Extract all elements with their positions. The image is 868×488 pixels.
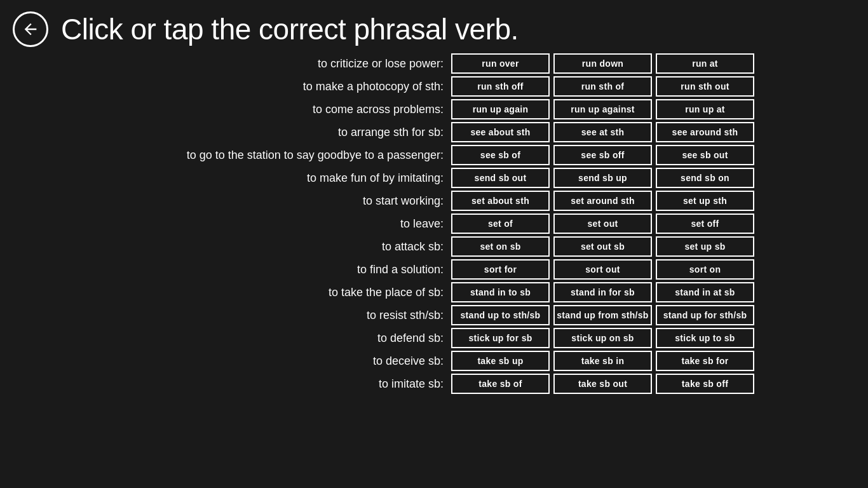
question-label: to imitate sb: [19,377,451,391]
content-area: to criticize or lose power:run overrun d… [0,53,868,394]
quiz-row: to start working:set about sthset around… [19,191,849,211]
answer-btn-0-1[interactable]: run down [553,53,652,74]
question-label: to defend sb: [19,332,451,345]
answer-buttons: set about sthset around sthset up sth [451,191,754,211]
answer-btn-1-0[interactable]: run sth off [451,76,550,97]
answer-btn-14-0[interactable]: take sb of [451,374,550,394]
quiz-row: to go to the station to say goodbye to a… [19,145,849,165]
quiz-row: to make a photocopy of sth:run sth offru… [19,76,849,97]
answer-btn-8-2[interactable]: set up sb [656,236,754,257]
answer-btn-0-0[interactable]: run over [451,53,550,74]
answer-btn-9-1[interactable]: sort out [553,259,652,280]
answer-buttons: run sth offrun sth ofrun sth out [451,76,754,97]
answer-btn-14-1[interactable]: take sb out [553,374,652,394]
answer-btn-10-1[interactable]: stand in for sb [553,282,652,302]
answer-btn-7-0[interactable]: set of [451,214,550,234]
answer-buttons: take sb oftake sb outtake sb off [451,374,754,394]
answer-btn-0-2[interactable]: run at [656,53,754,74]
answer-buttons: run up againrun up againstrun up at [451,99,754,119]
quiz-row: to imitate sb:take sb oftake sb outtake … [19,374,849,394]
answer-buttons: sort forsort outsort on [451,259,754,280]
answer-btn-8-0[interactable]: set on sb [451,236,550,257]
answer-btn-3-2[interactable]: see around sth [656,122,754,142]
answer-btn-12-2[interactable]: stick up to sb [656,328,754,348]
answer-btn-7-1[interactable]: set out [553,214,652,234]
question-label: to find a solution: [19,263,451,276]
question-label: to make fun of by imitating: [19,172,451,185]
answer-buttons: take sb uptake sb intake sb for [451,351,754,371]
question-label: to resist sth/sb: [19,309,451,322]
quiz-row: to criticize or lose power:run overrun d… [19,53,849,74]
quiz-row: to arrange sth for sb:see about sthsee a… [19,122,849,142]
question-label: to start working: [19,194,451,208]
quiz-row: to leave:set ofset outset off [19,214,849,234]
answer-buttons: stand up to sth/sbstand up from sth/sbst… [451,305,754,325]
question-label: to deceive sb: [19,355,451,368]
answer-btn-2-2[interactable]: run up at [656,99,754,119]
quiz-row: to make fun of by imitating:send sb outs… [19,168,849,188]
header: Click or tap the correct phrasal verb. [0,0,868,53]
answer-btn-9-0[interactable]: sort for [451,259,550,280]
answer-buttons: set on sbset out sbset up sb [451,236,754,257]
answer-btn-3-0[interactable]: see about sth [451,122,550,142]
question-label: to attack sb: [19,240,451,254]
question-label: to make a photocopy of sth: [19,80,451,93]
quiz-row: to take the place of sb:stand in to sbst… [19,282,849,302]
answer-btn-4-2[interactable]: see sb out [656,145,754,165]
question-label: to take the place of sb: [19,286,451,299]
answer-btn-5-2[interactable]: send sb on [656,168,754,188]
answer-btn-6-2[interactable]: set up sth [656,191,754,211]
answer-btn-13-2[interactable]: take sb for [656,351,754,371]
answer-btn-11-0[interactable]: stand up to sth/sb [451,305,550,325]
question-label: to arrange sth for sb: [19,126,451,139]
question-label: to go to the station to say goodbye to a… [19,149,451,162]
answer-btn-11-1[interactable]: stand up from sth/sb [553,305,652,325]
answer-buttons: see sb ofsee sb offsee sb out [451,145,754,165]
answer-btn-13-0[interactable]: take sb up [451,351,550,371]
answer-btn-12-1[interactable]: stick up on sb [553,328,652,348]
answer-btn-5-1[interactable]: send sb up [553,168,652,188]
answer-btn-8-1[interactable]: set out sb [553,236,652,257]
answer-btn-9-2[interactable]: sort on [656,259,754,280]
quiz-row: to defend sb:stick up for sbstick up on … [19,328,849,348]
answer-buttons: run overrun downrun at [451,53,754,74]
answer-btn-11-2[interactable]: stand up for sth/sb [656,305,754,325]
answer-buttons: send sb outsend sb upsend sb on [451,168,754,188]
answer-btn-4-0[interactable]: see sb of [451,145,550,165]
answer-btn-7-2[interactable]: set off [656,214,754,234]
answer-buttons: stand in to sbstand in for sbstand in at… [451,282,754,302]
answer-btn-6-1[interactable]: set around sth [553,191,652,211]
answer-btn-4-1[interactable]: see sb off [553,145,652,165]
quiz-row: to come across problems:run up againrun … [19,99,849,119]
answer-buttons: set ofset outset off [451,214,754,234]
answer-btn-14-2[interactable]: take sb off [656,374,754,394]
answer-buttons: see about sthsee at sthsee around sth [451,122,754,142]
answer-btn-2-0[interactable]: run up again [451,99,550,119]
answer-btn-2-1[interactable]: run up against [553,99,652,119]
quiz-row: to resist sth/sb:stand up to sth/sbstand… [19,305,849,325]
answer-btn-6-0[interactable]: set about sth [451,191,550,211]
answer-btn-13-1[interactable]: take sb in [553,351,652,371]
quiz-row: to deceive sb:take sb uptake sb intake s… [19,351,849,371]
quiz-row: to attack sb:set on sbset out sbset up s… [19,236,849,257]
answer-btn-12-0[interactable]: stick up for sb [451,328,550,348]
back-button[interactable] [13,11,48,47]
answer-btn-10-0[interactable]: stand in to sb [451,282,550,302]
answer-btn-10-2[interactable]: stand in at sb [656,282,754,302]
quiz-row: to find a solution:sort forsort outsort … [19,259,849,280]
question-label: to criticize or lose power: [19,57,451,71]
page-title: Click or tap the correct phrasal verb. [61,12,519,46]
answer-buttons: stick up for sbstick up on sbstick up to… [451,328,754,348]
answer-btn-3-1[interactable]: see at sth [553,122,652,142]
question-label: to leave: [19,217,451,231]
question-label: to come across problems: [19,103,451,116]
answer-btn-5-0[interactable]: send sb out [451,168,550,188]
answer-btn-1-2[interactable]: run sth out [656,76,754,97]
answer-btn-1-1[interactable]: run sth of [553,76,652,97]
